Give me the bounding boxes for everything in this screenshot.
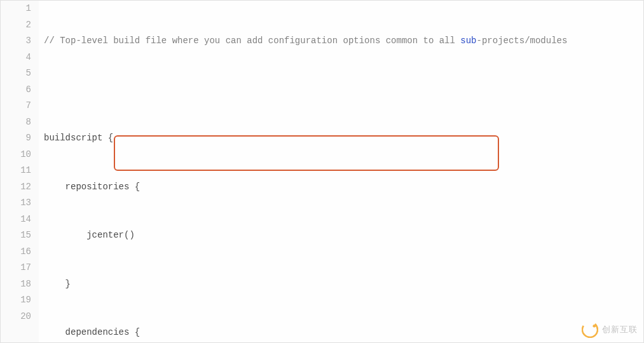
line-number: 6 [1,82,31,98]
line-number: 3 [1,33,31,50]
line-gutter: 1 2 3 4 5 6 7 8 9 10 11 12 13 14 15 16 1… [1,1,39,342]
line-number: 2 [1,17,31,34]
line-number: 8 [1,114,31,131]
line-number: 14 [1,212,31,228]
line-number: 5 [1,65,31,82]
code-line: dependencies { [44,325,643,341]
code-editor: 1 2 3 4 5 6 7 8 9 10 11 12 13 14 15 16 1… [0,0,644,343]
line-number: 12 [1,179,31,196]
line-number: 16 [1,244,31,260]
code-line: // Top-level build file where you can ad… [44,33,643,50]
line-number: 13 [1,195,31,212]
line-number: 1 [1,1,31,17]
watermark-text: 创新互联 [602,321,638,338]
line-number: 11 [1,163,31,179]
code-line: buildscript { [44,130,643,147]
line-number: 17 [1,260,31,276]
code-line: jcenter() [44,227,643,244]
watermark: 创新互联 [582,321,638,338]
line-number: 20 [1,309,31,325]
line-number: 19 [1,292,31,309]
code-line: } [44,276,643,293]
line-number: 7 [1,98,31,114]
line-number: 9 [1,130,31,147]
svg-point-0 [582,321,598,338]
line-number: 15 [1,227,31,244]
code-line [44,82,643,98]
line-number: 18 [1,276,31,293]
code-line: repositories { [44,179,643,196]
line-number: 10 [1,147,31,163]
watermark-logo-icon [582,321,598,338]
code-area[interactable]: // Top-level build file where you can ad… [39,1,643,342]
line-number: 4 [1,50,31,66]
svg-point-1 [593,325,596,328]
